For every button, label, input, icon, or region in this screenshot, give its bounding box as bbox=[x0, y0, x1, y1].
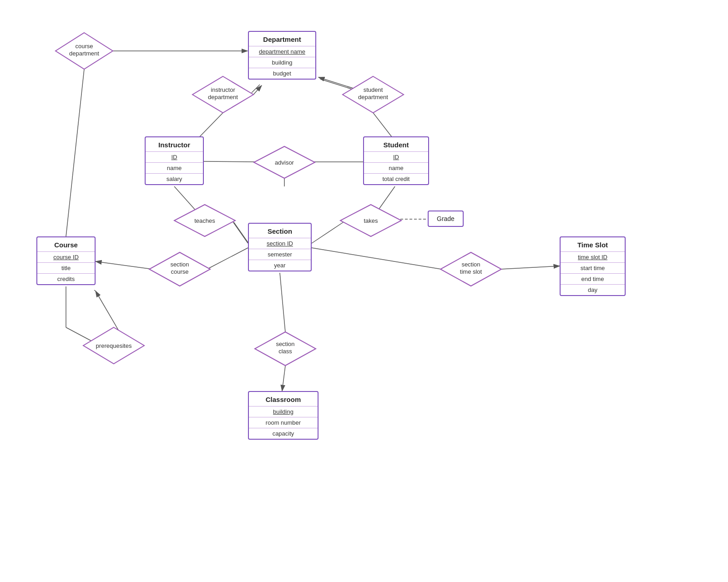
svg-text:course: course bbox=[171, 268, 188, 275]
classroom-title: Classroom bbox=[249, 392, 318, 406]
inst-attr-name: name bbox=[146, 162, 203, 173]
timeslot-entity: Time Slot time slot ID start time end ti… bbox=[560, 236, 626, 296]
grade-label: Grade bbox=[437, 215, 455, 222]
student-attr-id: ID bbox=[364, 151, 428, 162]
grade-box: Grade bbox=[428, 211, 464, 227]
student-attr-name: name bbox=[364, 162, 428, 173]
svg-text:class: class bbox=[278, 348, 292, 355]
svg-text:advisor: advisor bbox=[275, 159, 294, 166]
course-attr-title: title bbox=[37, 262, 95, 273]
student-title: Student bbox=[364, 137, 428, 151]
svg-text:prerequesites: prerequesites bbox=[96, 342, 132, 349]
svg-text:instructor: instructor bbox=[211, 86, 235, 93]
svg-text:student: student bbox=[364, 86, 383, 93]
section-attr-id: section ID bbox=[249, 238, 311, 249]
student-entity: Student ID name total credit bbox=[363, 136, 429, 185]
svg-line-10 bbox=[204, 161, 259, 162]
svg-text:time slot: time slot bbox=[460, 268, 482, 275]
classroom-entity: Classroom building room number capacity bbox=[248, 391, 318, 440]
course-attr-credits: credits bbox=[37, 273, 95, 284]
svg-line-14 bbox=[232, 221, 248, 243]
svg-line-24 bbox=[94, 290, 96, 291]
svg-text:section: section bbox=[170, 261, 189, 268]
timeslot-attr-id: time slot ID bbox=[561, 251, 625, 262]
section-attr-year: year bbox=[249, 260, 311, 271]
classroom-attr-room: room number bbox=[249, 417, 318, 428]
svg-line-26 bbox=[282, 366, 285, 391]
svg-text:section: section bbox=[461, 261, 480, 268]
svg-line-20 bbox=[96, 261, 152, 269]
classroom-attr-capacity: capacity bbox=[249, 428, 318, 439]
section-title: Section bbox=[249, 224, 311, 238]
course-title: Course bbox=[37, 237, 95, 251]
svg-text:department: department bbox=[358, 94, 388, 100]
svg-line-17 bbox=[312, 221, 346, 243]
svg-line-19 bbox=[207, 248, 248, 269]
svg-text:section: section bbox=[276, 341, 294, 347]
timeslot-attr-day: day bbox=[561, 284, 625, 295]
svg-text:takes: takes bbox=[364, 217, 378, 224]
timeslot-title: Time Slot bbox=[561, 237, 625, 251]
svg-line-27 bbox=[312, 248, 441, 269]
section-entity: Section section ID semester year bbox=[248, 223, 312, 271]
svg-line-25 bbox=[280, 273, 285, 332]
timeslot-attr-end: end time bbox=[561, 273, 625, 284]
department-entity: Department department name building budg… bbox=[248, 31, 316, 80]
dept-attr-name: department name bbox=[249, 46, 315, 57]
inst-attr-salary: salary bbox=[146, 173, 203, 184]
section-attr-semester: semester bbox=[249, 249, 311, 260]
svg-text:teaches: teaches bbox=[194, 217, 215, 224]
svg-line-28 bbox=[500, 266, 560, 269]
department-title: Department bbox=[249, 32, 315, 46]
timeslot-attr-start: start time bbox=[561, 262, 625, 273]
student-attr-credit: total credit bbox=[364, 173, 428, 184]
dept-attr-budget: budget bbox=[249, 68, 315, 79]
classroom-attr-building: building bbox=[249, 406, 318, 417]
inst-attr-id: ID bbox=[146, 151, 203, 162]
svg-text:department: department bbox=[69, 50, 99, 57]
svg-text:department: department bbox=[208, 94, 238, 100]
instructor-entity: Instructor ID name salary bbox=[145, 136, 204, 185]
course-entity: Course course ID title credits bbox=[36, 236, 96, 285]
svg-text:course: course bbox=[75, 43, 93, 50]
svg-line-15 bbox=[234, 222, 250, 245]
instructor-title: Instructor bbox=[146, 137, 203, 151]
course-attr-id: course ID bbox=[37, 251, 95, 262]
svg-line-3 bbox=[66, 69, 84, 236]
dept-attr-building: building bbox=[249, 57, 315, 68]
